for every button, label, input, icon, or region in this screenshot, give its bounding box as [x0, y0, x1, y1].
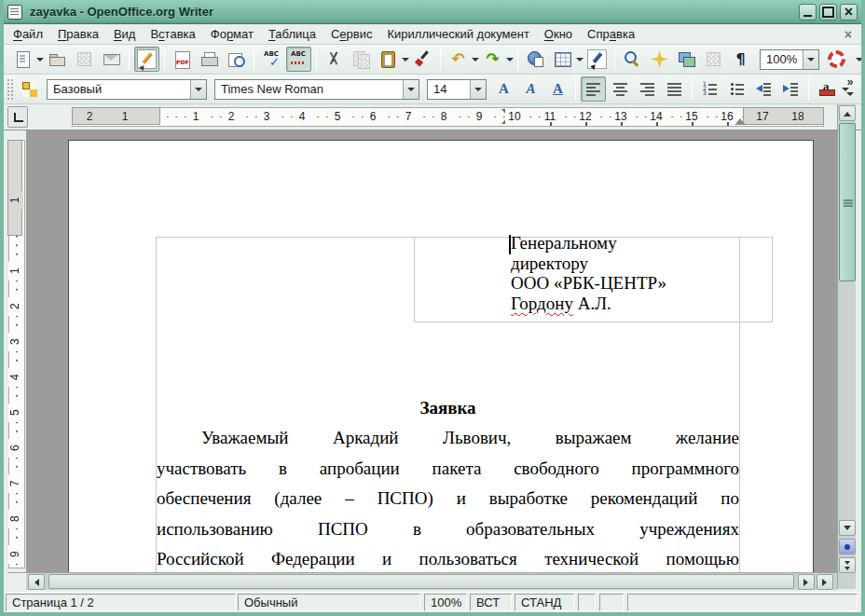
align-center-button[interactable]: [608, 76, 633, 102]
menu-window[interactable]: Окно: [537, 25, 580, 43]
styles-panel-button[interactable]: [17, 76, 42, 102]
status-insert-mode[interactable]: ВСТ: [470, 594, 512, 611]
align-left-button[interactable]: [581, 76, 606, 102]
navigator-button[interactable]: [647, 47, 672, 72]
title-bar[interactable]: zayavka - OpenOffice.org Writer: [0, 0, 865, 24]
font-size-combo[interactable]: 14: [427, 79, 487, 100]
vertical-scrollbar[interactable]: [837, 104, 856, 589]
format-paintbrush-button[interactable]: [410, 47, 435, 72]
menu-file[interactable]: Файл: [6, 25, 50, 43]
undo-dropdown[interactable]: [472, 47, 479, 72]
paste-button[interactable]: [376, 47, 401, 72]
toolbar-overflow-button[interactable]: »: [843, 75, 858, 102]
page[interactable]: ГенеральномудиректоруООО «РБК-ЦЕНТР»Горд…: [68, 140, 814, 572]
nonprinting-characters-button[interactable]: [728, 47, 753, 72]
redo-dropdown[interactable]: [506, 47, 514, 72]
font-name-combo[interactable]: Times New Roman: [214, 79, 419, 100]
tab-stop-selector-button[interactable]: [7, 106, 28, 128]
new-document-button[interactable]: [10, 47, 35, 72]
scroll-up-button[interactable]: [839, 105, 856, 121]
maximize-button[interactable]: [819, 4, 837, 21]
status-modified-flag[interactable]: [599, 594, 624, 611]
help-button[interactable]: [824, 47, 849, 72]
menu-help[interactable]: Справка: [580, 25, 642, 43]
status-extra-field[interactable]: [627, 594, 858, 611]
status-zoom[interactable]: 100%: [424, 594, 467, 611]
data-sources-button[interactable]: [701, 47, 726, 72]
scroll-right-edge-button[interactable]: [817, 574, 833, 590]
formatting-toolbar: Базовый Times New Roman 14 »: [4, 75, 861, 104]
tab-stop-tick: [656, 122, 658, 126]
underline-button[interactable]: [545, 76, 570, 102]
save-button[interactable]: [72, 47, 97, 72]
status-selection-mode[interactable]: СТАНД: [515, 594, 574, 611]
gallery-button[interactable]: [674, 47, 699, 72]
copy-button[interactable]: [349, 47, 374, 72]
draw-functions-button[interactable]: [584, 47, 610, 72]
edit-file-button[interactable]: [134, 47, 159, 72]
scroll-right-button[interactable]: [798, 574, 815, 590]
highlight-color-button[interactable]: [814, 76, 839, 102]
menu-view[interactable]: Вид: [106, 25, 144, 43]
status-page-number[interactable]: Страница 1 / 2: [6, 594, 236, 611]
menu-insert[interactable]: Вставка: [143, 25, 202, 43]
insert-table-button[interactable]: [550, 47, 575, 72]
address-block[interactable]: ГенеральномудиректоруООО «РБК-ЦЕНТР»Горд…: [511, 233, 772, 313]
insert-table-dropdown[interactable]: [576, 47, 584, 72]
chevron-down-icon[interactable]: [803, 50, 818, 69]
undo-button[interactable]: [446, 47, 471, 72]
navigation-button[interactable]: [839, 539, 856, 554]
redo-button[interactable]: [480, 47, 505, 72]
increase-indent-button[interactable]: [778, 76, 803, 102]
bold-button[interactable]: [491, 76, 516, 102]
find-replace-button[interactable]: [620, 47, 645, 72]
status-page-style[interactable]: Обычный: [238, 594, 420, 611]
align-justify-button[interactable]: [662, 76, 687, 102]
toolbar-grip[interactable]: [7, 78, 13, 101]
status-hyperlink-mode[interactable]: [578, 594, 596, 611]
decrease-indent-button[interactable]: [751, 76, 776, 102]
hyperlink-button[interactable]: [523, 47, 548, 72]
page-preview-button[interactable]: [224, 47, 249, 72]
new-document-dropdown[interactable]: [36, 47, 44, 72]
horizontal-scrollbar[interactable]: [26, 572, 837, 590]
export-pdf-button[interactable]: [170, 47, 195, 72]
numbered-list-button[interactable]: [697, 76, 722, 102]
bullet-list-button[interactable]: [724, 76, 749, 102]
document-title[interactable]: Заявка: [156, 398, 740, 418]
chevron-down-icon[interactable]: [190, 80, 206, 99]
next-page-button[interactable]: [839, 557, 856, 573]
scroll-down-button[interactable]: [839, 520, 856, 536]
vertical-ruler[interactable]: 1123456789: [7, 130, 26, 570]
email-button[interactable]: [99, 47, 124, 72]
body-word: технической: [544, 549, 638, 569]
zoom-combo[interactable]: 100%: [760, 49, 819, 70]
minimize-button[interactable]: [799, 4, 817, 21]
spellcheck-button[interactable]: [259, 47, 284, 72]
print-button[interactable]: [197, 47, 222, 72]
close-button[interactable]: [840, 4, 858, 21]
italic-button[interactable]: [518, 76, 543, 102]
cut-button[interactable]: [322, 47, 347, 72]
chevron-down-icon[interactable]: [470, 80, 486, 99]
align-right-button[interactable]: [635, 76, 660, 102]
horizontal-scrollbar-thumb[interactable]: [48, 574, 794, 589]
nonprinting-characters-icon: [731, 49, 750, 69]
menu-format[interactable]: Формат: [203, 25, 261, 43]
horizontal-ruler[interactable]: 21123456789101112131415161718: [30, 107, 831, 127]
menu-cyrillic-document[interactable]: Кириллический документ: [379, 25, 536, 43]
paragraph-style-combo[interactable]: Базовый: [47, 79, 207, 100]
document-body[interactable]: УважаемыйАркадийЛьвович,выражаемжеланиеу…: [157, 428, 739, 572]
toolbar-options-button[interactable]: [856, 54, 863, 65]
scroll-left-button[interactable]: [28, 574, 45, 590]
vertical-scrollbar-thumb[interactable]: [839, 123, 856, 281]
menu-edit[interactable]: Правка: [50, 25, 106, 43]
paste-dropdown[interactable]: [402, 47, 409, 72]
body-word: желание: [676, 428, 739, 448]
chevron-down-icon[interactable]: [403, 80, 419, 99]
menu-tools[interactable]: Сервис: [323, 25, 380, 43]
auto-spellcheck-button[interactable]: [286, 47, 311, 72]
close-document-icon[interactable]: [844, 27, 852, 42]
open-button[interactable]: [45, 47, 70, 72]
menu-table[interactable]: Таблица: [261, 25, 323, 43]
